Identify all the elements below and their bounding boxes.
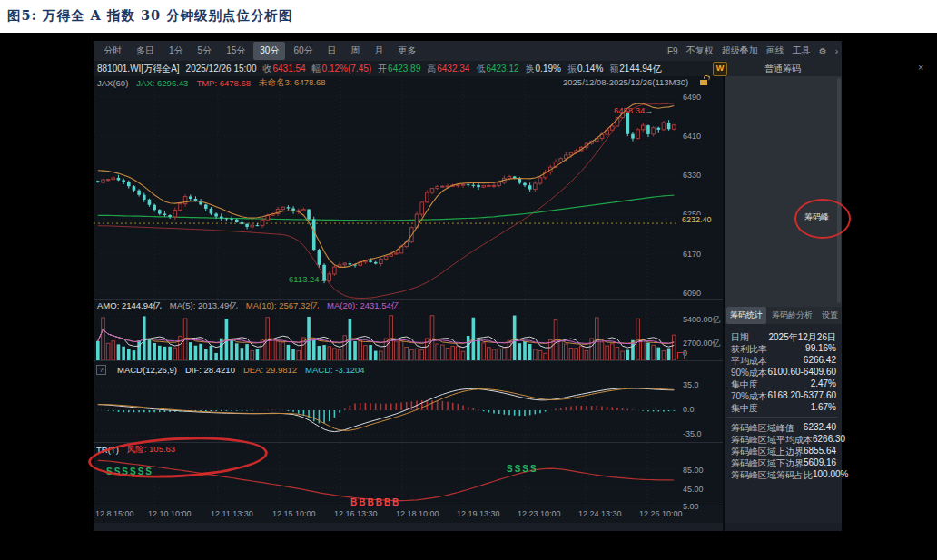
quote-close: 收6431.54 (262, 63, 305, 75)
dif-value: DIF: 28.4210 (185, 365, 235, 375)
macd-name[interactable]: MACD(12,26,9) (117, 365, 177, 375)
table-row: 筹码峰区域下边界5609.16 (731, 457, 836, 470)
range-text: 2025/12/08-2025/12/26(113M30) (563, 77, 688, 87)
high-price-label: 6458.34→ (614, 105, 653, 115)
vol-ma20: MA(20): 2431.54亿 (327, 300, 399, 312)
quote-datetime: 2025/12/26 15:00 (186, 64, 257, 74)
table-row: 日期2025年12月26日 (731, 331, 836, 344)
jax-header: JAX(60) JAX: 6296.43 TMP: 6478.68 未命名3: … (97, 77, 325, 89)
x-tick: 12.11 13:30 (211, 509, 253, 518)
tools-button[interactable]: 工具 (793, 44, 811, 57)
help-icon[interactable]: ? (96, 365, 106, 375)
table-row: 70%成本6168.20-6377.60 (731, 390, 836, 403)
super-overlay-button[interactable]: 超级叠加 (722, 44, 758, 57)
x-tick: 12.16 13:30 (334, 509, 378, 518)
table-row: 获利比率99.16% (731, 343, 836, 356)
x-tick: 12.23 10:00 (518, 509, 561, 518)
chevron-right-icon[interactable]: › (835, 46, 838, 56)
vol-ma5: MA(5): 2013.49亿 (170, 300, 238, 312)
wind-logo-badge: W (713, 62, 727, 76)
table-row: 筹码峰区域平均成本6266.30 (731, 434, 836, 447)
trading-app-window: 分时 多日 1分 5分 15分 30分 60分 日 周 月 更多 F9 不复权 … (94, 41, 842, 531)
tab-chip-age[interactable]: 筹码龄分析 (768, 307, 816, 324)
symbol-label[interactable]: 881001.WI[万得全A] (97, 63, 180, 75)
main-candle-chart[interactable] (94, 76, 678, 300)
x-tick: 12.24 13:30 (578, 509, 622, 518)
amo-value[interactable]: AMO: 2144.94亿 (97, 300, 162, 312)
tab-30min[interactable]: 30分 (253, 42, 285, 60)
tr-tick: 85.00 (683, 466, 704, 475)
table-row: 集中度2.47% (731, 378, 836, 391)
tab-5min[interactable]: 5分 (192, 42, 219, 60)
table-row: 筹码峰区域筹码占比100.00% (731, 469, 836, 482)
tr-tick: 5.00 (683, 502, 699, 511)
table-row: 90%成本6100.60-6409.60 (731, 367, 836, 379)
table-row: 筹码峰区域峰值6232.40 (731, 422, 836, 435)
date-range: 2025/12/08-2025/12/26(113M30) (563, 77, 707, 87)
quote-amount: 额2144.94亿 (609, 63, 661, 75)
price-tick: 6330 (683, 171, 701, 180)
separator (94, 360, 724, 361)
chips-tabs: 筹码统计 筹码龄分析 设置 (724, 307, 842, 324)
tab-chip-settings[interactable]: 设置 (818, 307, 842, 324)
vol-ma10: MA(10): 2567.32亿 (246, 300, 319, 312)
toolbar: 分时 多日 1分 5分 15分 30分 60分 日 周 月 更多 F9 不复权 … (94, 41, 842, 61)
quote-open: 开6423.89 (378, 63, 420, 75)
tab-multiday[interactable]: 多日 (130, 42, 161, 60)
gear-icon[interactable]: ⚙ (819, 46, 827, 56)
figure-title: 图5: 万得全 A 指数 30 分钟级别点位分析图 (7, 7, 293, 25)
x-tick: 12.19 13:30 (457, 509, 500, 518)
quote-change: 幅0.12%(7.45) (312, 63, 371, 75)
table-row: 平均成本6266.42 (731, 355, 836, 368)
price-tick: 6410 (683, 132, 701, 141)
panel-divider (723, 61, 725, 531)
dea-value: DEA: 29.9812 (243, 365, 297, 375)
tab-60min[interactable]: 60分 (287, 42, 319, 60)
x-tick: 12.8 15:00 (95, 509, 134, 518)
no-adjust-button[interactable]: 不复权 (686, 44, 714, 57)
macd-value: MACD: -3.1204 (305, 365, 364, 375)
divider (727, 417, 838, 418)
tab-chip-stats[interactable]: 筹码统计 (726, 307, 766, 324)
chips-scrollbar[interactable] (837, 78, 841, 303)
tab-week[interactable]: 周 (345, 42, 367, 60)
tab-month[interactable]: 月 (369, 42, 390, 60)
unlock-icon[interactable] (700, 80, 707, 85)
quote-bar: 881001.WI[万得全A] 2025/12/26 15:00 收6431.5… (94, 61, 727, 76)
chip-peak-annotation-circle (794, 199, 851, 239)
bottom-scrollbar[interactable] (94, 523, 842, 531)
x-tick: 12.15 10:00 (272, 509, 316, 518)
volume-header: AMO: 2144.94亿 MA(5): 2013.49亿 MA(10): 25… (97, 300, 399, 312)
tab-1min[interactable]: 1分 (163, 42, 190, 60)
chips-panel-header[interactable]: 普通筹码 (724, 61, 842, 76)
macd-tick: 0.0 (683, 405, 695, 414)
f9-button[interactable]: F9 (667, 46, 678, 56)
quote-turnover: 换0.19% (526, 63, 561, 75)
x-tick: 12.18 10:00 (396, 509, 439, 518)
unnamed3-value: 未命名3: 6478.68 (259, 77, 325, 89)
draw-line-button[interactable]: 画线 (766, 44, 784, 57)
price-marker-label: 6232.40 (682, 215, 712, 224)
indicator-marker-icon[interactable] (677, 352, 685, 359)
jax-name[interactable]: JAX(60) (97, 78, 128, 88)
tab-more[interactable]: 更多 (392, 42, 423, 60)
tab-day[interactable]: 日 (321, 42, 343, 60)
vol-tick: 2700.00亿 (683, 338, 721, 349)
price-tick: 6090 (683, 289, 701, 298)
quote-high: 高6432.34 (427, 63, 469, 75)
tmp-value: TMP: 6478.68 (196, 78, 251, 88)
macd-tick: 35.0 (683, 380, 699, 389)
tab-15min[interactable]: 15分 (220, 42, 252, 60)
buy-signal-text: BBBBBB (350, 497, 400, 507)
tab-timeshare[interactable]: 分时 (97, 42, 128, 60)
page: 图5: 万得全 A 指数 30 分钟级别点位分析图 分时 多日 1分 5分 15… (0, 0, 937, 560)
vol-tick: 5400.00亿 (683, 314, 721, 326)
table-row: 筹码峰区域上边界6855.64 (731, 446, 836, 458)
x-tick: 12.10 10:00 (148, 509, 192, 518)
sell-signal-text: SSSS (507, 464, 538, 474)
tr-tick: 45.00 (683, 485, 704, 494)
jax-value: JAX: 6296.43 (136, 78, 188, 88)
low-price-label: 6113.24→ (289, 274, 328, 284)
period-tabs: 分时 多日 1分 5分 15分 30分 60分 日 周 月 更多 (94, 42, 423, 60)
price-tick: 6170 (683, 250, 701, 259)
